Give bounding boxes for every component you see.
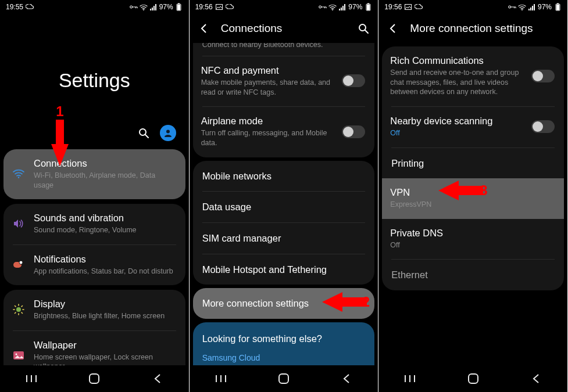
rich-toggle[interactable]: [531, 70, 555, 82]
battery-percent: 97%: [348, 3, 362, 11]
navbar: [190, 365, 378, 392]
status-bar: 19:56 97%: [378, 0, 567, 14]
battery-icon: [175, 3, 183, 10]
wifi-tile-icon: [12, 167, 26, 181]
item-hotspot[interactable]: Mobile Hotspot and Tethering: [193, 254, 375, 285]
status-bar: 19:55 97%: [0, 0, 189, 14]
item-title: Private DNS: [390, 227, 555, 239]
header-title: More connection settings: [410, 22, 559, 35]
item-sim-card[interactable]: SIM card manager: [193, 223, 375, 254]
item-airplane[interactable]: Airplane mode Turn off calling, messagin…: [193, 107, 375, 157]
nfc-toggle[interactable]: [342, 74, 365, 87]
home-button[interactable]: [462, 372, 485, 385]
search-button[interactable]: [357, 22, 370, 35]
item-data-usage[interactable]: Data usage: [193, 192, 375, 222]
header: More connection settings: [378, 14, 567, 43]
status-bar: 19:56 97%: [190, 0, 378, 14]
group-network: Mobile networks Data usage SIM card mana…: [193, 161, 375, 285]
vpn-key-icon: [508, 3, 516, 10]
item-more-connection-settings[interactable]: More connection settings: [193, 288, 375, 319]
navbar: [378, 365, 567, 392]
account-button[interactable]: [160, 125, 176, 141]
back-button[interactable]: [146, 373, 169, 384]
svg-point-13: [19, 261, 23, 264]
wifi-icon: [518, 3, 526, 10]
item-title: Nearby device scanning: [390, 115, 523, 127]
item-nearby-scanning[interactable]: Nearby device scanning Off: [382, 107, 564, 148]
wifi-icon: [328, 3, 337, 10]
notifications-icon: [12, 258, 26, 272]
brightness-icon: [12, 303, 26, 317]
svg-rect-40: [469, 374, 478, 383]
status-time: 19:55: [6, 3, 23, 11]
recents-button[interactable]: [209, 374, 233, 383]
item-sub: Turn off calling, messaging, and Mobile …: [201, 128, 334, 148]
svg-rect-5: [155, 4, 156, 10]
item-private-dns[interactable]: Private DNS Off: [382, 219, 564, 260]
nearby-toggle[interactable]: [531, 120, 555, 133]
svg-rect-35: [532, 6, 533, 10]
item-nfc[interactable]: NFC and payment Make mobile payments, sh…: [193, 56, 375, 106]
item-title: Notifications: [34, 253, 176, 265]
svg-rect-8: [177, 5, 180, 10]
settings-item-display[interactable]: Display Brightness, Blue light filter, H…: [3, 290, 185, 330]
item-title: Mobile networks: [202, 170, 272, 182]
truncated-bluetooth-text: Connect to nearby Bluetooth devices.: [193, 43, 375, 56]
svg-rect-36: [534, 4, 535, 10]
back-icon[interactable]: [198, 22, 210, 35]
item-title: Wallpaper: [34, 339, 176, 351]
item-title: VPN: [390, 186, 555, 199]
settings-item-notifications[interactable]: Notifications App notifications, Status …: [3, 245, 185, 286]
page-title: Settings: [0, 69, 189, 92]
item-title: Display: [34, 298, 176, 310]
status-time: 19:56: [195, 3, 213, 11]
svg-rect-4: [153, 6, 155, 10]
airplane-toggle[interactable]: [342, 125, 365, 138]
item-vpn[interactable]: VPN ExpressVPN: [382, 178, 564, 219]
svg-rect-27: [367, 5, 370, 10]
svg-rect-24: [344, 4, 345, 10]
item-title: NFC and payment: [201, 64, 334, 77]
item-ethernet[interactable]: Ethernet: [382, 260, 564, 290]
group-top: Connect to nearby Bluetooth devices. NFC…: [193, 43, 375, 157]
item-sub: App notifications, Status bar, Do not di…: [34, 267, 176, 276]
back-button[interactable]: [335, 373, 358, 384]
looking-link[interactable]: Samsung Cloud: [202, 353, 366, 362]
status-time: 19:56: [384, 3, 402, 11]
screenshot-icon: [404, 3, 412, 10]
search-button[interactable]: [137, 126, 151, 140]
item-sub: Send and receive one-to-one and group ch…: [390, 68, 523, 98]
svg-point-1: [143, 9, 144, 10]
recents-button[interactable]: [20, 374, 43, 383]
svg-rect-17: [90, 374, 99, 383]
settings-item-sounds[interactable]: Sounds and vibration Sound mode, Rington…: [3, 204, 185, 244]
back-icon[interactable]: [387, 22, 399, 35]
item-rich-communications[interactable]: Rich Communications Send and receive one…: [382, 46, 564, 106]
looking-card[interactable]: Looking for something else? Samsung Clou…: [193, 322, 375, 366]
back-button[interactable]: [524, 373, 548, 384]
home-button[interactable]: [272, 372, 295, 385]
svg-rect-21: [339, 9, 340, 10]
battery-percent: 97%: [538, 3, 552, 11]
svg-rect-23: [342, 6, 344, 10]
samsung-cloud-icon: [415, 3, 423, 10]
item-title: Mobile Hotspot and Tethering: [202, 264, 327, 276]
item-printing[interactable]: Printing: [382, 148, 564, 179]
header: Connections: [190, 14, 378, 43]
group-connections: Connections Wi-Fi, Bluetooth, Airplane m…: [3, 149, 185, 199]
item-sub: Wi-Fi, Bluetooth, Airplane mode, Data us…: [34, 171, 176, 190]
svg-point-31: [509, 6, 511, 8]
item-title: Data usage: [202, 201, 251, 213]
item-mobile-networks[interactable]: Mobile networks: [193, 161, 375, 192]
home-button[interactable]: [83, 372, 106, 385]
svg-rect-29: [279, 374, 288, 383]
item-sub: Brightness, Blue light filter, Home scre…: [34, 311, 176, 321]
recents-button[interactable]: [398, 374, 421, 383]
item-title: Ethernet: [391, 269, 427, 281]
looking-title: Looking for something else?: [202, 333, 366, 345]
vpn-key-icon: [130, 3, 138, 10]
svg-rect-33: [528, 9, 530, 10]
svg-rect-39: [556, 5, 559, 10]
settings-item-connections[interactable]: Connections Wi-Fi, Bluetooth, Airplane m…: [3, 149, 185, 199]
screen-connections: 19:56 97% Connections Connect to nearby …: [190, 0, 378, 392]
